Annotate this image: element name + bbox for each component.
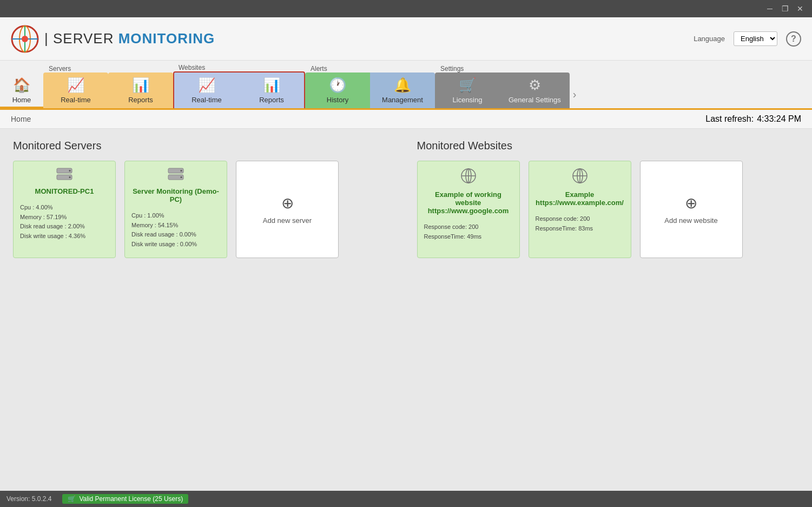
restore-button[interactable]: ❐ xyxy=(777,1,793,16)
websites-cards-row: Example of working website https://www.g… xyxy=(417,161,800,258)
alerts-history-icon: 🕐 xyxy=(329,77,346,94)
server-card-2-stats: Cpu : 1.00% Memory : 54.15% Disk read us… xyxy=(131,211,220,249)
servers-reports-icon: 📊 xyxy=(132,77,149,94)
home-label: Home xyxy=(12,96,31,104)
add-website-label: Add new website xyxy=(664,216,717,225)
website-card-1-icon xyxy=(424,168,513,187)
logo: | SERVER MONITORING xyxy=(11,25,215,53)
nav-settings-general[interactable]: ⚙ General Settings xyxy=(500,73,570,108)
websites-realtime-icon: 📈 xyxy=(198,77,215,94)
websites-realtime-label: Real-time xyxy=(192,96,222,104)
server-card-2-title: Server Monitoring (Demo-PC) xyxy=(131,187,220,203)
websites-group-label: Websites xyxy=(173,61,305,71)
version-label: Version: 5.0.2.4 xyxy=(6,495,51,503)
servers-reports-label: Reports xyxy=(128,96,153,104)
nav-alerts-history[interactable]: 🕐 History xyxy=(305,73,370,108)
website-card-2-title: Example https://www.example.com/ xyxy=(536,190,624,207)
add-server-card[interactable]: ⊕ Add new server xyxy=(236,161,339,258)
title-bar: ─ ❐ ✕ xyxy=(0,0,812,17)
general-settings-label: General Settings xyxy=(509,96,561,104)
servers-group-label: Servers xyxy=(43,62,173,73)
add-server-icon: ⊕ xyxy=(281,194,294,212)
server-card-2[interactable]: Server Monitoring (Demo-PC) Cpu : 1.00% … xyxy=(124,161,227,258)
breadcrumb: Home xyxy=(11,115,31,123)
licensing-icon: 🛒 xyxy=(459,77,476,94)
nav-websites-reports[interactable]: 📊 Reports xyxy=(239,73,304,108)
logo-text: | SERVER MONITORING xyxy=(44,30,215,47)
home-icon: 🏠 xyxy=(13,77,30,94)
server-card-1-icon xyxy=(20,168,109,184)
licensing-label: Licensing xyxy=(453,96,483,104)
last-refresh-label: Last refresh: xyxy=(705,114,754,124)
nav-servers-reports[interactable]: 📊 Reports xyxy=(108,73,173,108)
add-website-card[interactable]: ⊕ Add new website xyxy=(640,161,743,258)
svg-point-11 xyxy=(181,170,182,172)
alerts-history-label: History xyxy=(327,96,348,104)
server-card-2-icon xyxy=(131,168,220,184)
svg-point-8 xyxy=(69,176,71,178)
alerts-management-icon: 🔔 xyxy=(394,77,411,94)
website-card-2[interactable]: Example https://www.example.com/ Respons… xyxy=(529,161,631,258)
add-website-icon: ⊕ xyxy=(685,194,697,212)
nav-servers-realtime[interactable]: 📈 Real-time xyxy=(43,73,108,108)
servers-cards-row: MONITORED-PC1 Cpu : 4.00% Memory : 57.19… xyxy=(13,161,395,258)
last-refresh-time: 4:33:24 PM xyxy=(757,114,801,124)
monitored-servers-section: Monitored Servers MONITORED-PC1 xyxy=(13,140,395,258)
main-content: Monitored Servers MONITORED-PC1 xyxy=(0,129,812,491)
alerts-group-label: Alerts xyxy=(305,62,435,73)
nav-active-indicator xyxy=(0,107,43,108)
license-badge: 🛒 Valid Permanent License (25 Users) xyxy=(62,494,188,504)
servers-realtime-icon: 📈 xyxy=(67,77,84,94)
servers-realtime-label: Real-time xyxy=(61,96,91,104)
settings-group-label: Settings xyxy=(435,62,570,73)
website-card-1-title: Example of working website https://www.g… xyxy=(424,190,513,215)
svg-point-12 xyxy=(181,176,182,178)
general-settings-icon: ⚙ xyxy=(529,77,541,94)
nav-bar: 🏠 Home Servers 📈 Real-time 📊 Reports Web… xyxy=(0,61,812,110)
add-server-label: Add new server xyxy=(263,216,312,225)
close-button[interactable]: ✕ xyxy=(793,1,808,16)
language-select[interactable]: English xyxy=(734,31,777,46)
server-card-1[interactable]: MONITORED-PC1 Cpu : 4.00% Memory : 57.19… xyxy=(13,161,116,258)
websites-reports-label: Reports xyxy=(259,96,284,104)
language-label: Language xyxy=(694,35,725,43)
last-refresh: Last refresh: 4:33:24 PM xyxy=(705,114,801,124)
logo-icon xyxy=(11,25,39,53)
website-card-2-stats: Response code: 200 ResponseTime: 83ms xyxy=(536,214,624,233)
nav-chevron: › xyxy=(570,88,580,101)
nav-home[interactable]: 🏠 Home xyxy=(0,73,43,108)
website-card-1[interactable]: Example of working website https://www.g… xyxy=(417,161,520,258)
servers-section-title: Monitored Servers xyxy=(13,140,395,152)
nav-alerts-management[interactable]: 🔔 Management xyxy=(370,73,435,108)
server-card-1-title: MONITORED-PC1 xyxy=(20,187,109,195)
nav-websites-realtime[interactable]: 📈 Real-time xyxy=(174,73,239,108)
nav-settings-licensing[interactable]: 🛒 Licensing xyxy=(435,73,500,108)
minimize-button[interactable]: ─ xyxy=(762,1,777,16)
svg-point-7 xyxy=(69,170,71,172)
help-button[interactable]: ? xyxy=(786,31,801,47)
header-right: Language English ? xyxy=(694,31,801,47)
server-card-1-stats: Cpu : 4.00% Memory : 57.19% Disk read us… xyxy=(20,203,109,241)
license-text: Valid Permanent License (25 Users) xyxy=(79,495,183,503)
svg-point-4 xyxy=(22,36,28,42)
app-header: | SERVER MONITORING Language English ? xyxy=(0,17,812,61)
websites-section-title: Monitored Websites xyxy=(417,140,800,152)
status-bar: Version: 5.0.2.4 🛒 Valid Permanent Licen… xyxy=(0,491,812,507)
websites-reports-icon: 📊 xyxy=(263,77,280,94)
website-card-2-icon xyxy=(536,168,624,187)
website-card-1-stats: Response code: 200 ResponseTime: 49ms xyxy=(424,222,513,241)
alerts-management-label: Management xyxy=(382,96,423,104)
page-header: Home Last refresh: 4:33:24 PM xyxy=(0,110,812,129)
monitored-websites-section: Monitored Websites Example of working we… xyxy=(417,140,800,258)
license-icon: 🛒 xyxy=(68,495,76,503)
